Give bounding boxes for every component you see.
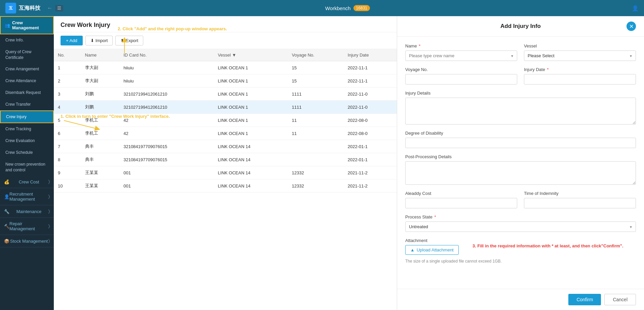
sidebar-item-crew-evaluation[interactable]: Crew Evaluation	[0, 135, 54, 147]
indemnity-input[interactable]	[524, 198, 636, 208]
table-row[interactable]: 3 刘鹏 321027199412061210 LINK OCEAN 1 111…	[54, 88, 397, 101]
sidebar-repair[interactable]: 🔨 Repair Management 〉	[0, 218, 54, 235]
injury-date-input[interactable]: 2023-01-09	[524, 74, 636, 84]
table-row[interactable]: 7 典丰 321084197709076015 LINK OCEAN 14 20…	[54, 140, 397, 153]
cell-injurydate: 2022-11-1	[344, 61, 397, 74]
sidebar-item-crew-arrangement[interactable]: Crew Arrangement	[0, 63, 54, 75]
cell-idcard: 321084197709076015	[119, 140, 214, 153]
table-row[interactable]: 5 李机工 42 LINK OCEAN 1 11 2022-08-0	[54, 114, 397, 127]
cell-no: 9	[54, 166, 81, 179]
crew-cost-icon: 💰	[4, 179, 9, 184]
table-row[interactable]: 1 李大副 hiiuiu LINK OCEAN 1 15 2022-11-1	[54, 61, 397, 74]
sidebar: 👥 Crew Management Crew Info. Query of Cr…	[0, 16, 54, 310]
repair-icon: 🔨	[4, 224, 9, 229]
date-required: *	[547, 67, 549, 72]
panel-title-bar: Add Injury Info ✕	[397, 16, 644, 37]
col-voyage: Voyage No.	[288, 49, 344, 61]
table-row[interactable]: 9 王某某 001 LINK OCEAN 14 12332 2021-11-2	[54, 166, 397, 179]
table-row[interactable]: 8 典丰 321084197709076015 LINK OCEAN 14 20…	[54, 153, 397, 166]
sidebar-item-crew-injury[interactable]: Crew Injury	[0, 110, 54, 124]
sidebar-maintenance[interactable]: 🔧 Maintenance 〉	[0, 205, 54, 217]
close-button[interactable]: ✕	[627, 22, 636, 31]
form-group-already-cost: Aleaddy Cost 0	[405, 191, 517, 208]
toolbar: + Add ⬇ Import ⬆ Export	[54, 32, 397, 49]
vessel-select-wrapper: Please Select	[524, 50, 636, 61]
page-title: Crew Work Injury	[54, 16, 397, 32]
cell-no: 6	[54, 127, 81, 140]
cell-voyage: 15	[288, 61, 344, 74]
indemnity-label: Time of Indemnity	[524, 191, 636, 196]
confirm-button[interactable]: Confirm	[568, 294, 601, 305]
stock-icon: 📦	[4, 239, 9, 244]
cell-voyage: 1111	[288, 88, 344, 101]
form-group-process-state: Process State * Untreated	[405, 214, 636, 232]
nav-menu-icon[interactable]: ☰	[55, 5, 63, 11]
vessel-select[interactable]: Please Select	[524, 50, 636, 61]
maintenance-icon: 🔧	[4, 209, 9, 214]
panel-footer: Confirm Cancel	[397, 289, 644, 310]
form-group-attachment: Attachment ▲ Upload Attachment 3. Fill i…	[405, 238, 636, 264]
chevron-right-icon3: 〉	[48, 209, 50, 214]
sidebar-item-crew-transfer[interactable]: Crew Transfer	[0, 99, 54, 110]
sidebar-item-new-crown[interactable]: New crown prevention and control	[0, 159, 54, 176]
sidebar-item-crew-schedule[interactable]: Crew Schedule	[0, 147, 54, 159]
sidebar-item-crew-attendance[interactable]: Crew Attendance	[0, 75, 54, 87]
panel-title: Add Injury Info	[415, 23, 627, 30]
cell-no: 7	[54, 140, 81, 153]
form-group-injury-date: Injury Date * 2023-01-09	[524, 67, 636, 84]
sidebar-section-recruitment: 👤 Recruitment Management 〉	[0, 188, 54, 205]
export-button[interactable]: ⬆ Export	[115, 36, 143, 45]
nav-back-icon[interactable]: ←	[47, 5, 52, 11]
disability-input[interactable]	[405, 138, 636, 148]
sidebar-crew-cost[interactable]: 💰 Crew Cost 〉	[0, 176, 54, 188]
logo-text: 互海科技	[19, 5, 40, 12]
import-icon: ⬇	[90, 38, 94, 43]
sidebar-section-crew-cost: 💰 Crew Cost 〉	[0, 176, 54, 188]
sidebar-section-stock: 📦 Stock Management 〉	[0, 235, 54, 247]
voyage-input[interactable]	[405, 74, 517, 84]
sidebar-item-crew-tracking[interactable]: Crew Tracking	[0, 123, 54, 135]
import-button[interactable]: ⬇ Import	[85, 36, 113, 45]
sidebar-recruitment[interactable]: 👤 Recruitment Management 〉	[0, 188, 54, 205]
cell-injurydate: 2022-11-0	[344, 88, 397, 101]
sidebar-item-query-certificate[interactable]: Query of Crew Certificate	[0, 46, 54, 64]
sidebar-crew-management[interactable]: 👥 Crew Management	[0, 16, 54, 34]
name-input[interactable]	[405, 50, 517, 61]
table-row[interactable]: 2 李大副 hiiuiu LINK OCEAN 1 15 2022-11-1	[54, 74, 397, 88]
cell-name: 李大副	[81, 74, 120, 88]
col-vessel[interactable]: Vessel ▼	[214, 49, 288, 61]
cell-no: 3	[54, 88, 81, 101]
form-row-name-vessel: Name * Vessel Please Select	[405, 43, 636, 61]
cell-vessel: LINK OCEAN 1	[214, 74, 288, 88]
data-table: No. Name ID Card No. Vessel ▼ Voyage No.…	[54, 49, 397, 310]
add-button[interactable]: + Add	[61, 36, 83, 45]
cell-no: 4	[54, 101, 81, 114]
sidebar-item-disembark-request[interactable]: Disembark Request	[0, 87, 54, 99]
cancel-button[interactable]: Cancel	[604, 294, 636, 305]
upload-attachment-button[interactable]: ▲ Upload Attachment	[405, 245, 459, 255]
already-cost-input[interactable]: 0	[405, 198, 517, 208]
injury-details-textarea[interactable]	[405, 98, 636, 125]
chevron-right-icon5: 〉	[48, 238, 50, 244]
cell-idcard: 001	[119, 179, 214, 193]
table-row[interactable]: 10 王某某 001 LINK OCEAN 14 12332 2021-11-2	[54, 179, 397, 193]
table-row[interactable]: 6 李机工 42 LINK OCEAN 1 11 2022-08-0	[54, 127, 397, 140]
vessel-label: Vessel	[524, 43, 636, 48]
sidebar-stock[interactable]: 📦 Stock Management 〉	[0, 235, 54, 247]
table-row[interactable]: 4 刘鹏 321027199412061210 LINK OCEAN 1 111…	[54, 101, 397, 114]
cell-idcard: 001	[119, 166, 214, 179]
name-label: Name *	[405, 43, 517, 48]
cell-idcard: 42	[119, 114, 214, 127]
disability-label: Degree of Disability	[405, 131, 636, 136]
chevron-right-icon4: 〉	[48, 223, 50, 229]
injury-table: No. Name ID Card No. Vessel ▼ Voyage No.…	[54, 49, 397, 193]
notification-badge[interactable]: 16831	[353, 5, 370, 11]
sidebar-item-crew-info[interactable]: Crew Info.	[0, 34, 54, 46]
cell-name: 王某某	[81, 179, 120, 193]
form-group-name: Name *	[405, 43, 517, 61]
cell-name: 刘鹏	[81, 101, 120, 114]
attachment-area: ▲ Upload Attachment 3. Fill in the requi…	[405, 245, 636, 255]
process-state-select[interactable]: Untreated	[405, 221, 636, 232]
post-processing-textarea[interactable]	[405, 161, 636, 185]
header-center: Workbench 16831	[63, 5, 632, 11]
